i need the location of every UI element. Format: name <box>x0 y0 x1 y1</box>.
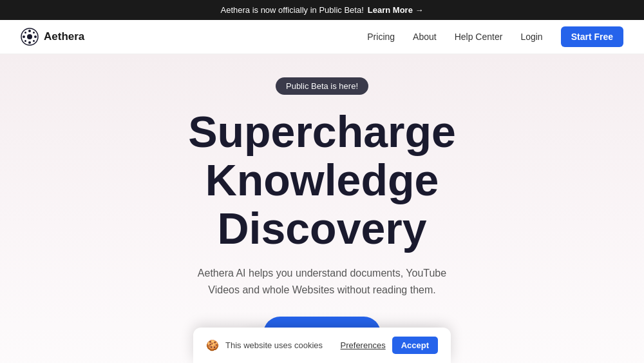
hero-section: Public Beta is here! Supercharge Knowled… <box>0 54 644 363</box>
svg-point-1 <box>27 34 32 39</box>
svg-point-2 <box>28 30 31 32</box>
logo-area[interactable]: Aethera <box>21 28 84 46</box>
hero-subtitle: Aethera AI helps you understand document… <box>193 265 451 298</box>
cookie-notice: 🍪 This website uses cookies Preferences … <box>193 328 451 363</box>
cookie-text: This website uses cookies <box>225 340 334 350</box>
start-free-nav-button[interactable]: Start Free <box>561 26 623 47</box>
svg-point-6 <box>24 32 26 34</box>
accept-button[interactable]: Accept <box>392 337 438 354</box>
svg-point-9 <box>24 40 26 42</box>
login-button[interactable]: Login <box>520 32 542 42</box>
announcement-text: Aethera is now officially in Public Beta… <box>220 5 363 15</box>
announcement-link[interactable]: Learn More → <box>368 5 424 15</box>
logo-icon <box>21 28 39 46</box>
preferences-button[interactable]: Preferences <box>341 340 386 350</box>
beta-badge: Public Beta is here! <box>276 77 368 95</box>
svg-point-8 <box>33 32 35 34</box>
navbar: Aethera Pricing About Help Center Login … <box>0 20 644 54</box>
logo-text: Aethera <box>44 30 84 43</box>
svg-point-5 <box>34 35 37 38</box>
cookie-icon: 🍪 <box>206 339 219 351</box>
nav-links: Pricing About Help Center Login Start Fr… <box>367 26 623 47</box>
page-wrapper: Aethera is now officially in Public Beta… <box>0 0 644 363</box>
nav-pricing[interactable]: Pricing <box>367 32 395 42</box>
nav-about[interactable]: About <box>413 32 437 42</box>
announcement-bar: Aethera is now officially in Public Beta… <box>0 0 644 20</box>
nav-help-center[interactable]: Help Center <box>455 32 503 42</box>
svg-point-4 <box>23 35 25 38</box>
svg-point-3 <box>28 41 31 44</box>
hero-title: Supercharge Knowledge Discovery <box>103 108 541 252</box>
svg-point-7 <box>33 40 35 42</box>
